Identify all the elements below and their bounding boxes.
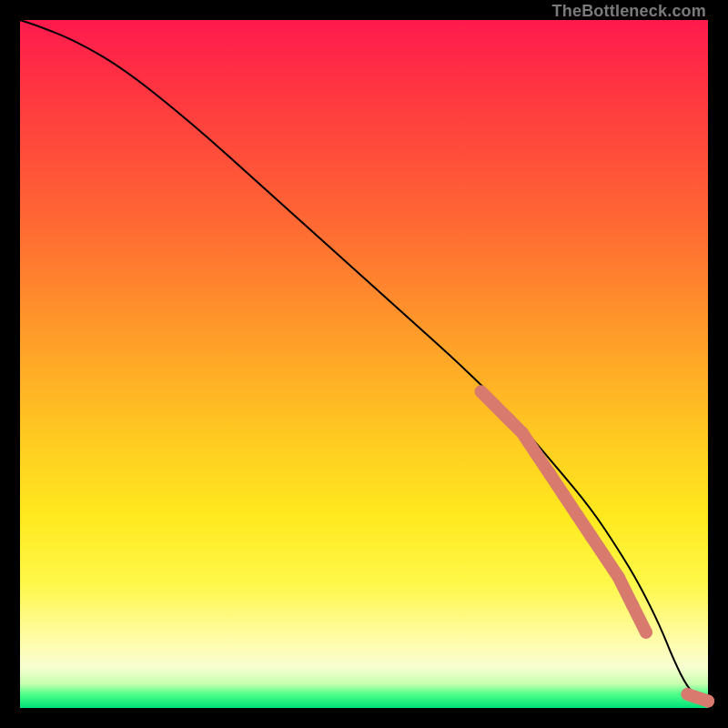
chart-stage: TheBottleneck.com xyxy=(0,0,728,728)
marker-group xyxy=(481,391,708,701)
plot-area xyxy=(20,20,708,708)
chart-svg xyxy=(20,20,708,708)
attribution-label: TheBottleneck.com xyxy=(552,2,706,21)
bottleneck-curve xyxy=(20,20,708,701)
